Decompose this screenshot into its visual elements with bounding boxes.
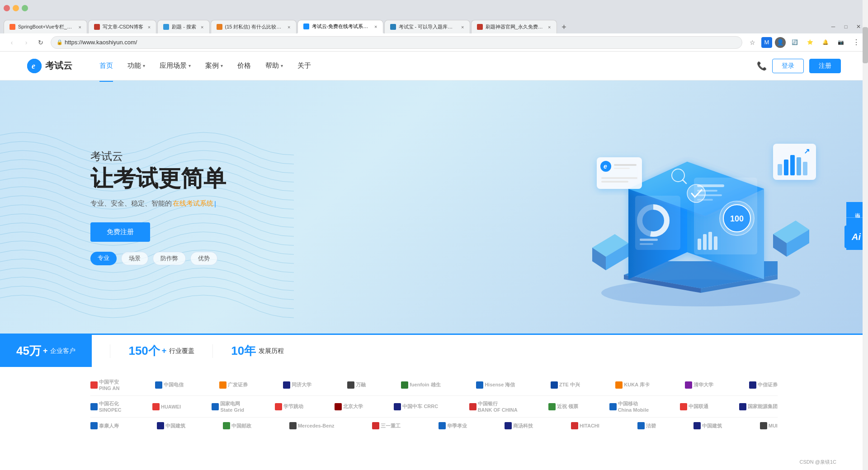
tag-advantage[interactable]: 优势 <box>190 252 217 265</box>
hero-description: 专业、安全、稳定、智能的 在线考试系统 | <box>90 199 226 208</box>
browser-tab-7[interactable]: 刷题神器官网_永久免费的在线... × <box>471 20 557 33</box>
more-options-button[interactable]: ⋮ <box>850 36 863 49</box>
partner-kuka: KUKA 库卡 <box>615 381 649 389</box>
browser-extension-6[interactable]: 📷 <box>835 36 847 49</box>
partner-cmcc: 中国移动China Mobile <box>609 400 649 413</box>
chevron-down-icon-4: ▾ <box>281 63 283 68</box>
nav-item-home[interactable]: 首页 <box>99 60 113 72</box>
tab-close-7[interactable]: × <box>548 24 551 30</box>
nav-item-cases[interactable]: 案例 ▾ <box>205 60 223 72</box>
partner-citic: 中信证券 <box>749 381 778 389</box>
tab-close-3[interactable]: × <box>201 24 203 30</box>
nav-item-features[interactable]: 功能 ▾ <box>127 60 145 72</box>
lock-icon: 🔒 <box>57 39 63 45</box>
partner-construction: 中国建筑 <box>157 422 185 429</box>
tab-close-5[interactable]: × <box>374 24 377 29</box>
stat-label-industry: 行业覆盖 <box>169 347 194 355</box>
scrollbar-thumb[interactable] <box>863 27 868 63</box>
partner-unicom: 中国联通 <box>680 403 708 410</box>
browser-tab-3[interactable]: 剧题 - 搜索 × <box>157 20 209 33</box>
browser-extension-1[interactable]: M <box>761 37 772 48</box>
refresh-button[interactable]: ↻ <box>34 36 47 49</box>
tab-label-2: 写文章-CSDN博客 <box>103 24 143 30</box>
svg-rect-20 <box>714 236 717 250</box>
browser-tab-1[interactable]: SpringBoot+Vue专栏_泉魂的在... × <box>4 20 87 33</box>
tag-anti-cheat[interactable]: 防作弊 <box>153 252 186 265</box>
tab-close-2[interactable]: × <box>148 24 151 30</box>
browser-extension-5[interactable]: 🔔 <box>819 36 832 49</box>
login-button[interactable]: 登录 <box>772 59 804 73</box>
tag-professional[interactable]: 专业 <box>90 252 117 265</box>
browser-extension-3[interactable]: 🔄 <box>788 36 801 49</box>
restore-btn[interactable]: □ <box>840 22 852 32</box>
svg-text:100: 100 <box>730 214 744 223</box>
website-content: e 考试云 首页 功能 ▾ 应用场景 ▾ 案例 ▾ 价格 帮助 ▾ <box>0 52 868 443</box>
tab-favicon-2 <box>94 24 100 30</box>
partner-energy-group: 国家能源集团 <box>739 403 778 410</box>
navigation-bar: ‹ › ↻ 🔒 https://www.kaoshiyun.com/ ☆ M 👤… <box>0 33 868 52</box>
partner-tongji: 同济大学 <box>283 381 311 389</box>
stats-bar: 45万 + 企业客户 150个 + 行业覆盖 10年 发展历程 <box>0 334 868 367</box>
browser-tab-6[interactable]: 考试宝 - 可以导入题库的在线... × <box>384 20 470 33</box>
nav-item-pricing[interactable]: 价格 <box>237 60 251 72</box>
partner-huawei: HUAWEI <box>152 403 181 410</box>
logo[interactable]: e 考试云 <box>27 59 72 73</box>
svg-rect-24 <box>640 239 658 241</box>
nav-item-about[interactable]: 关于 <box>297 60 311 72</box>
tab-label-1: SpringBoot+Vue专栏_泉魂的在... <box>18 24 74 30</box>
hero-desc-prefix: 专业、安全、稳定、智能的 <box>90 199 172 208</box>
logo-icon: e <box>27 59 42 73</box>
bookmark-star-button[interactable]: ☆ <box>746 36 759 49</box>
stat-plus-industry: + <box>162 346 167 356</box>
partner-fuenfoin: fuenfoin 雄生 <box>401 381 440 389</box>
partner-sensetime: 商汤科技 <box>505 422 533 429</box>
partner-hisense: Hisense 海信 <box>476 381 515 389</box>
title-bar <box>0 0 868 16</box>
minimize-window-button[interactable] <box>13 5 19 11</box>
nav-item-scenarios[interactable]: 应用场景 ▾ <box>160 60 191 72</box>
tag-scene[interactable]: 场景 <box>121 252 148 265</box>
partner-hitachi: HITACHI <box>571 422 599 429</box>
browser-tab-2[interactable]: 写文章-CSDN博客 × <box>88 20 156 33</box>
nav-arrows: ‹ › ↻ <box>5 36 47 49</box>
svg-point-26 <box>687 184 705 202</box>
browser-tab-4[interactable]: (15 封私信) 有什么比较好的在... × <box>211 20 297 33</box>
tab-close-1[interactable]: × <box>79 24 81 30</box>
nav-item-help[interactable]: 帮助 ▾ <box>265 60 283 72</box>
add-tab-button[interactable]: + <box>558 21 571 33</box>
tabs-bar: SpringBoot+Vue专栏_泉魂的在... × 写文章-CSDN博客 × … <box>0 16 868 33</box>
tab-close-6[interactable]: × <box>461 24 464 30</box>
back-button[interactable]: ‹ <box>5 36 18 49</box>
scrollbar[interactable] <box>863 0 868 470</box>
minimize-btn[interactable]: ─ <box>827 22 839 32</box>
hero-desc-highlight: 在线考试系统 <box>173 199 213 208</box>
stat-item-enterprise: 45万 + 企业客户 <box>0 335 92 367</box>
header-right: 📞 登录 注册 <box>757 59 841 73</box>
free-register-button[interactable]: 免费注册 <box>90 222 150 242</box>
browser-extension-2[interactable]: 👤 <box>775 37 786 48</box>
partner-china-construction2: 中国建筑 <box>693 422 722 429</box>
browser-tab-5[interactable]: 考试云-免费在线考试系统云... × <box>297 20 383 33</box>
maximize-window-button[interactable] <box>22 5 28 11</box>
hero-illustration: 100 <box>570 99 832 315</box>
svg-rect-35 <box>778 164 782 175</box>
svg-rect-30 <box>614 164 637 166</box>
close-window-button[interactable] <box>4 5 10 11</box>
partner-taikang: 泰康人寿 <box>90 422 119 429</box>
stat-number-enterprise: 45万 <box>16 343 41 359</box>
browser-extension-4[interactable]: ⭐ <box>804 36 816 49</box>
logo-text: 考试云 <box>45 60 72 72</box>
chevron-down-icon-3: ▾ <box>221 63 223 68</box>
partners-row-2: 中国石化SINOPEC HUAWEI 国家电网State Grid 学节跳动 北… <box>90 396 778 418</box>
tab-close-4[interactable]: × <box>288 24 290 30</box>
stat-label-enterprise: 企业客户 <box>50 347 75 355</box>
svg-rect-38 <box>797 157 801 175</box>
forward-button[interactable]: › <box>20 36 33 49</box>
chevron-down-icon-2: ▾ <box>189 63 191 68</box>
cube-svg: 100 <box>570 99 832 315</box>
url-bar[interactable]: 🔒 https://www.kaoshiyun.com/ <box>51 36 742 49</box>
register-button[interactable]: 注册 <box>809 59 841 73</box>
svg-rect-17 <box>698 239 701 250</box>
svg-rect-37 <box>790 155 795 175</box>
partner-bytedance: 学节跳动 <box>275 403 303 410</box>
